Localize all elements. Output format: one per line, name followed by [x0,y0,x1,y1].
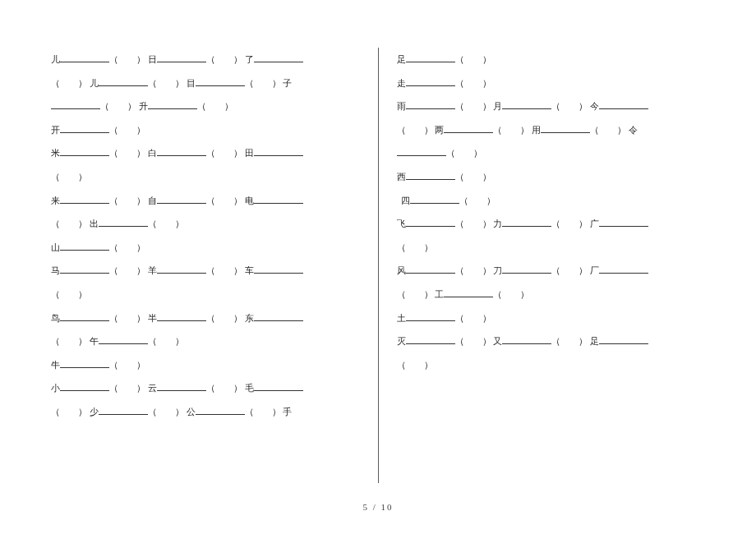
paren-space [464,265,482,275]
blank-underline [444,288,493,297]
paren-space [455,148,473,158]
blank-underline [60,147,109,156]
blank-underline [148,100,197,109]
text-line: 风（ ） 刀（ ） 厂 [397,259,706,283]
blank-underline [99,335,148,344]
blank-underline [157,265,206,274]
paren-space [215,148,233,158]
text-line: （ ） [397,236,706,260]
text-line: （ ） 两（ ） 用（ ） 令 [397,118,706,142]
paren-space [464,78,482,88]
text-line: 四（ ） [397,189,706,213]
text-line: 儿（ ） 日（ ） 了 [51,48,360,71]
paren-space [157,219,175,228]
blank-underline [51,100,100,109]
text-line: （ ） 工（ ） [397,283,706,306]
blank-underline [406,100,455,109]
paren-space [254,407,272,417]
text-line: （ ） 儿（ ） 目（ ） 子 [51,71,360,95]
blank-underline [254,147,303,156]
blank-underline [157,195,206,204]
text-line: 鸟（ ） 半（ ） 东 [51,306,360,330]
paren-space [254,78,272,88]
paren-space [60,336,78,346]
paren-space [464,172,482,182]
paren-space [464,336,482,346]
blank-underline [60,359,109,368]
paren-space [464,54,482,64]
blank-underline [99,406,148,415]
blank-underline [60,312,109,321]
paren-space [464,219,482,228]
text-line: 开（ ） [51,118,360,142]
paren-space [60,289,78,299]
blank-underline [99,77,148,86]
text-line: （ ） 升（ ） [51,94,360,118]
blank-underline [502,265,551,274]
paren-space [118,360,136,370]
blank-underline [157,382,206,391]
paren-space [157,336,175,346]
text-line: （ ） 出（ ） [51,212,360,236]
paren-space [60,219,78,228]
paren-space [206,101,224,111]
blank-underline [60,53,109,62]
paren-space [502,289,520,299]
blank-underline [406,171,455,180]
blank-underline [254,265,303,274]
text-line: （ ） [51,283,360,306]
blank-underline [444,124,493,133]
blank-underline [157,312,206,321]
paren-space [560,265,579,275]
paren-space [215,265,233,275]
blank-underline [599,100,648,109]
blank-underline [196,77,245,86]
paren-space [157,78,175,88]
text-line: 走（ ） [397,71,706,95]
text-line: 西（ ） [397,165,706,189]
paren-space [118,54,136,64]
paren-space [215,54,233,64]
paren-space [406,125,424,135]
blank-underline [397,147,446,156]
paren-space [118,313,136,323]
blank-underline [599,335,648,344]
blank-underline [60,265,109,274]
text-line: 土（ ） [397,306,706,330]
text-line: 山（ ） [51,236,360,260]
paren-space [406,360,424,370]
text-line: 米（ ） 白（ ） 田 [51,141,360,165]
paren-space [118,242,136,252]
text-line: 小（ ） 云（ ） 毛 [51,376,360,400]
blank-underline [502,218,551,227]
paren-space [560,101,579,111]
paren-space [118,125,136,135]
paren-space [215,196,233,205]
blank-underline [254,382,303,391]
paren-space [502,125,520,135]
text-line: （ ） [51,165,360,189]
blank-underline [406,335,455,344]
column-right: 足（ ）走（ ）雨（ ） 月（ ） 今（ ） 两（ ） 用（ ） 令（ ）西（ … [379,48,724,483]
text-line: （ ） [397,141,706,165]
text-line: 足（ ） [397,48,706,71]
worksheet-page: 儿（ ） 日（ ） 了（ ） 儿（ ） 目（ ） 子（ ） 升（ ）开（ ）米（… [0,0,756,534]
paren-space [60,78,78,88]
paren-space [118,383,136,393]
text-line: 马（ ） 羊（ ） 车 [51,259,360,283]
two-column-layout: 儿（ ） 日（ ） 了（ ） 儿（ ） 目（ ） 子（ ） 升（ ）开（ ）米（… [33,48,723,483]
blank-underline [196,406,245,415]
text-line: （ ） 午（ ） [51,329,360,353]
paren-space [468,196,486,205]
paren-space [215,383,233,393]
blank-underline [254,53,303,62]
blank-underline [406,265,455,274]
text-line: 飞（ ） 力（ ） 广 [397,212,706,236]
paren-space [60,407,78,417]
blank-underline [406,53,455,62]
blank-underline [157,53,206,62]
blank-underline [406,312,455,321]
blank-underline [410,195,459,204]
text-line: （ ） [397,353,706,377]
text-line: 牛（ ） [51,353,360,377]
